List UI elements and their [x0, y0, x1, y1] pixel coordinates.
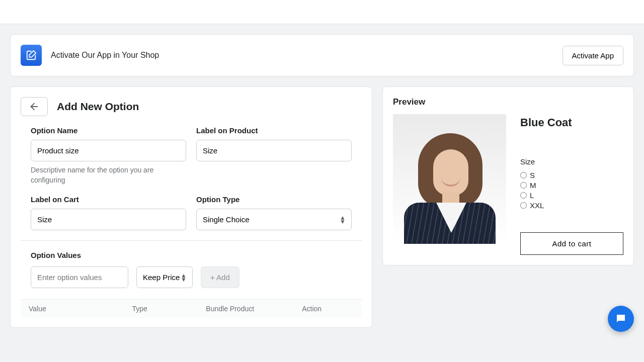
option-form-card: Add New Option Option Name Descriptive n…	[10, 86, 372, 328]
size-text: M	[530, 181, 536, 190]
size-option[interactable]: S	[520, 171, 623, 179]
size-text: L	[530, 191, 534, 200]
size-radio[interactable]	[520, 202, 527, 209]
price-behavior-select[interactable]: Keep Price	[136, 266, 193, 288]
add-to-cart-button[interactable]: Add to cart	[520, 232, 623, 255]
page-title: Add New Option	[57, 101, 139, 113]
preview-card: Preview Blue Coat Size S M L	[382, 86, 634, 265]
top-bar	[0, 0, 644, 24]
col-action: Action	[302, 305, 354, 313]
option-name-input[interactable]	[31, 140, 186, 161]
back-button[interactable]	[21, 97, 48, 116]
col-bundle: Bundle Product	[206, 305, 302, 313]
values-table-header: Value Type Bundle Product Action	[21, 299, 362, 318]
banner-title: Activate Our App in Your Shop	[51, 51, 159, 60]
col-type: Type	[132, 305, 206, 313]
chat-fab[interactable]	[608, 306, 634, 332]
size-radio[interactable]	[520, 172, 527, 178]
size-radio[interactable]	[520, 192, 527, 199]
app-logo-icon	[21, 45, 42, 66]
label-on-product-label: Label on Product	[196, 126, 352, 135]
option-name-helper: Descriptive name for the option you are …	[31, 165, 186, 185]
activate-banner: Activate Our App in Your Shop Activate A…	[10, 34, 634, 76]
product-name: Blue Coat	[520, 116, 623, 129]
product-image	[393, 114, 506, 244]
option-name-label: Option Name	[31, 126, 186, 135]
option-values-heading: Option Values	[31, 251, 352, 259]
size-radio[interactable]	[520, 182, 527, 189]
preview-heading: Preview	[393, 97, 623, 107]
option-type-label: Option Type	[196, 195, 352, 204]
chat-icon	[615, 313, 627, 325]
activate-app-button[interactable]: Activate App	[562, 46, 623, 65]
add-value-button[interactable]: + Add	[201, 266, 239, 288]
size-option[interactable]: XXL	[520, 201, 623, 210]
label-on-cart-label: Label on Cart	[31, 195, 186, 204]
size-radio-group: S M L XXL	[520, 171, 623, 210]
label-on-product-input[interactable]	[196, 140, 352, 161]
size-option[interactable]: M	[520, 181, 623, 190]
size-option[interactable]: L	[520, 191, 623, 200]
label-on-cart-input[interactable]	[31, 209, 186, 230]
size-text: S	[530, 171, 535, 179]
arrow-left-icon	[29, 101, 40, 112]
col-value: Value	[29, 305, 132, 313]
option-type-select[interactable]: Single Choice	[196, 209, 352, 230]
option-value-input[interactable]	[31, 266, 128, 288]
size-text: XXL	[530, 201, 544, 210]
preview-option-label: Size	[520, 157, 623, 166]
